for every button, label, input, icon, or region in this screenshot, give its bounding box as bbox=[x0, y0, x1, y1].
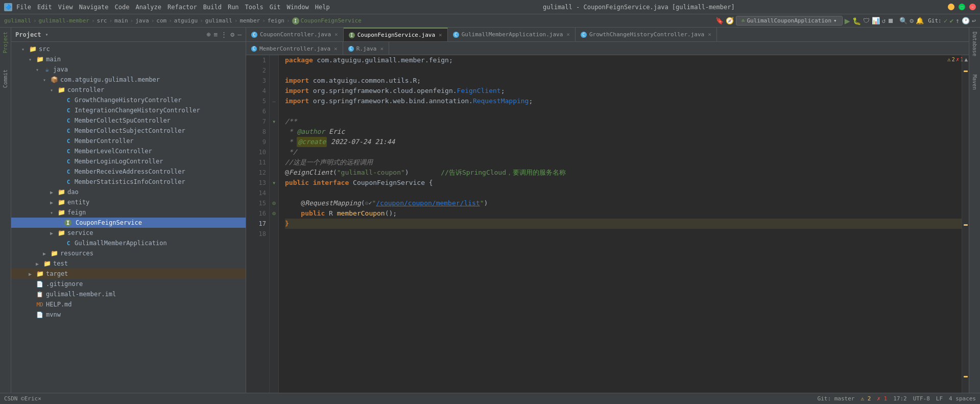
tab-growthcontroller[interactable]: C GrowthChangeHistoryController.java × bbox=[576, 28, 717, 41]
tree-item-memberlogin[interactable]: ▶ C MemberLoginLogController bbox=[11, 156, 246, 167]
stop-button[interactable]: ⏹ bbox=[888, 17, 894, 25]
search-icon[interactable]: 🔍 bbox=[899, 17, 907, 25]
git-tick-icon[interactable]: ✔ bbox=[950, 17, 954, 25]
tree-item-feign[interactable]: ▾ 📁 feign bbox=[11, 207, 246, 218]
breadcrumb-src[interactable]: src bbox=[97, 17, 107, 24]
tab-r[interactable]: C R.java × bbox=[343, 42, 389, 55]
tree-item-help[interactable]: ▶ MD HELP.md bbox=[11, 299, 246, 310]
tree-item-iml[interactable]: ▶ 📋 gulimall-member.iml bbox=[11, 289, 246, 299]
breadcrumb-gulimall2[interactable]: gulimall bbox=[205, 17, 232, 24]
fold-7[interactable]: ▾ bbox=[270, 116, 278, 127]
tab-gulimallmember[interactable]: C GulimallMemberApplication.java × bbox=[448, 28, 576, 41]
breadcrumb-gulimall[interactable]: gulimall bbox=[4, 17, 31, 24]
tab-coupcontroller[interactable]: C CouponController.java × bbox=[246, 28, 344, 41]
tree-item-membercollectspu[interactable]: ▶ C MemberCollectSpuController bbox=[11, 115, 246, 126]
scroll-gutter[interactable]: ⚠ 2 ✗ 1 ▲ bbox=[962, 55, 969, 393]
tree-item-target[interactable]: ▶ 📁 target bbox=[11, 269, 246, 279]
tree-item-package[interactable]: ▾ 📦 com.atguigu.gulimall.member bbox=[11, 75, 246, 85]
tree-item-integration[interactable]: ▶ C IntegrationChangeHistoryController bbox=[11, 105, 246, 115]
maximize-button[interactable]: □ bbox=[959, 4, 965, 10]
git-revert-icon[interactable]: ↩ bbox=[972, 17, 976, 25]
tree-item-mvnw[interactable]: ▶ 📄 mvnw bbox=[11, 310, 246, 320]
menu-edit[interactable]: Edit bbox=[37, 4, 52, 11]
breadcrumb-filename[interactable]: CouponFeignService bbox=[301, 17, 362, 24]
tree-item-gitignore[interactable]: ▶ 📄 .gitignore bbox=[11, 279, 246, 289]
minimize-button[interactable]: ─ bbox=[948, 4, 954, 10]
breadcrumb-atguigu[interactable]: atguigu bbox=[174, 17, 198, 24]
menu-window[interactable]: Window bbox=[286, 4, 308, 11]
menu-code[interactable]: Code bbox=[115, 4, 130, 11]
database-panel-toggle[interactable]: Database bbox=[972, 32, 977, 56]
settings-icon[interactable]: ⚙ bbox=[910, 17, 914, 25]
notifications-icon[interactable]: 🔔 bbox=[916, 17, 924, 25]
tree-item-test[interactable]: ▶ 📁 test bbox=[11, 258, 246, 269]
run-config-dropdown[interactable]: ☘ GulimallCouponApplication ▾ bbox=[736, 16, 843, 26]
tree-item-src[interactable]: ▾ 📁 src bbox=[11, 44, 246, 54]
panel-toolbar[interactable]: ⊕ ≡ ⋮ ⚙ — bbox=[207, 31, 242, 38]
fold-13[interactable]: ▾ bbox=[270, 178, 278, 188]
tab-close-icon[interactable]: × bbox=[334, 45, 338, 52]
fold-15[interactable]: ⊙ bbox=[270, 198, 278, 208]
tab-close-icon[interactable]: × bbox=[334, 31, 338, 38]
fold-16[interactable]: ⊙ bbox=[270, 208, 278, 219]
status-warnings[interactable]: ⚠ 2 bbox=[861, 395, 871, 402]
options-icon[interactable]: ⋮ bbox=[221, 31, 227, 38]
menu-bar[interactable]: File Edit View Navigate Code Analyze Ref… bbox=[16, 4, 330, 11]
git-push-icon[interactable]: ↑ bbox=[955, 17, 960, 25]
commit-panel-toggle[interactable]: Commit bbox=[3, 69, 8, 88]
menu-git[interactable]: Git bbox=[270, 4, 281, 11]
coverage-button[interactable]: 🛡 bbox=[863, 17, 870, 25]
menu-run[interactable]: Run bbox=[228, 4, 239, 11]
tree-item-java[interactable]: ▾ ☕ java bbox=[11, 64, 246, 75]
tree-item-memberlevel[interactable]: ▶ C MemberLevelController bbox=[11, 146, 246, 156]
breadcrumb-java[interactable]: java bbox=[135, 17, 149, 24]
scroll-up-icon[interactable]: ▲ bbox=[964, 56, 968, 63]
tab-close-icon[interactable]: × bbox=[380, 45, 384, 52]
tree-item-controller[interactable]: ▾ 📁 controller bbox=[11, 85, 246, 95]
status-line-ending[interactable]: LF bbox=[936, 395, 943, 402]
collapse-all-icon[interactable]: ≡ bbox=[214, 31, 218, 38]
status-errors[interactable]: ✗ 1 bbox=[877, 395, 887, 402]
window-controls[interactable]: ─ □ × bbox=[948, 4, 976, 10]
rerun-button[interactable]: ↺ bbox=[882, 17, 886, 25]
minimize-panel-icon[interactable]: — bbox=[237, 31, 242, 38]
tree-item-growth[interactable]: ▶ C GrowthChangeHistoryController bbox=[11, 95, 246, 105]
tree-item-resources[interactable]: ▶ 📁 resources bbox=[11, 248, 246, 258]
tree-item-membercontroller[interactable]: ▶ C MemberController bbox=[11, 136, 246, 146]
menu-tools[interactable]: Tools bbox=[245, 4, 264, 11]
tab-close-icon[interactable]: × bbox=[708, 31, 711, 38]
tree-item-main[interactable]: ▾ 📁 main bbox=[11, 54, 246, 64]
git-clock-icon[interactable]: 🕐 bbox=[962, 17, 970, 25]
gear-icon[interactable]: ⚙ bbox=[230, 31, 234, 38]
bookmark-icon[interactable]: 🔖 bbox=[715, 17, 724, 25]
git-check-icon[interactable]: ✓ bbox=[944, 17, 948, 25]
project-panel-toggle[interactable]: Project bbox=[3, 32, 8, 53]
debug-button[interactable]: 🐛 bbox=[852, 17, 861, 25]
status-encoding[interactable]: UTF-8 bbox=[913, 395, 930, 402]
breadcrumb-member2[interactable]: member bbox=[240, 17, 260, 24]
dropdown-icon[interactable]: ▾ bbox=[45, 32, 49, 37]
menu-navigate[interactable]: Navigate bbox=[79, 4, 109, 11]
tab-close-icon[interactable]: × bbox=[439, 32, 442, 38]
status-indent[interactable]: 4 spaces bbox=[949, 395, 976, 402]
tree-item-membercollectsubject[interactable]: ▶ C MemberCollectSubjectController bbox=[11, 126, 246, 136]
code-text-area[interactable]: package com.atguigu.gulimall.member.feig… bbox=[279, 55, 962, 393]
menu-help[interactable]: Help bbox=[315, 4, 330, 11]
breadcrumb-feign[interactable]: feign bbox=[268, 17, 284, 24]
locate-icon[interactable]: ⊕ bbox=[207, 31, 211, 38]
status-git-branch[interactable]: Git: master bbox=[818, 395, 855, 402]
tab-membercontroller[interactable]: C MemberController.java × bbox=[246, 42, 343, 55]
tree-item-gulimallmember[interactable]: ▶ C GulimallMemberApplication bbox=[11, 238, 246, 248]
breadcrumb-com[interactable]: com bbox=[156, 17, 166, 24]
tab-couponfeignservice[interactable]: I CouponFeignService.java × bbox=[344, 28, 448, 41]
tree-item-entity[interactable]: ▶ 📁 entity bbox=[11, 197, 246, 207]
menu-refactor[interactable]: Refactor bbox=[168, 4, 197, 11]
tree-item-couponfeignservice[interactable]: ▶ I CouponFeignService bbox=[11, 218, 246, 228]
close-button[interactable]: × bbox=[969, 4, 976, 10]
menu-build[interactable]: Build bbox=[203, 4, 222, 11]
maven-panel-toggle[interactable]: Maven bbox=[972, 75, 977, 90]
menu-file[interactable]: File bbox=[16, 4, 31, 11]
menu-view[interactable]: View bbox=[58, 4, 73, 11]
nav-icon[interactable]: 🧭 bbox=[726, 17, 734, 25]
profile-button[interactable]: 📊 bbox=[872, 17, 880, 25]
